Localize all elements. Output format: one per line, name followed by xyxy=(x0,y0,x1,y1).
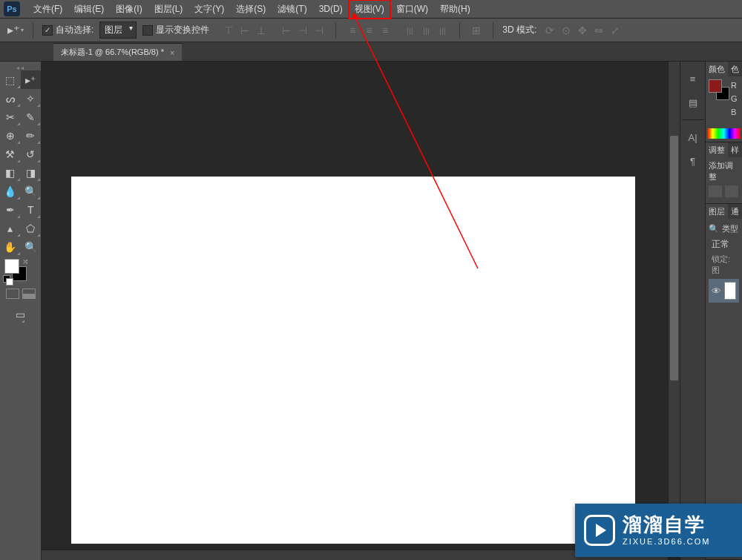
type-tool[interactable]: T xyxy=(21,200,42,219)
auto-align-icon[interactable]: ⊞ xyxy=(469,23,484,38)
hand-tool[interactable]: ✋ xyxy=(0,237,21,256)
divider xyxy=(335,22,336,39)
blend-mode-dropdown[interactable]: 正常 xyxy=(709,237,739,252)
layers-tab[interactable]: 图层 xyxy=(706,204,728,219)
show-transform-checkbox[interactable] xyxy=(142,25,153,36)
app-logo: Ps xyxy=(4,1,20,16)
channels-tab[interactable]: 通 xyxy=(728,204,742,219)
align-hcenter-icon[interactable]: ⊣ xyxy=(295,23,310,38)
levels-adjust-icon[interactable] xyxy=(725,185,738,197)
healing-brush-tool[interactable]: ⊕ xyxy=(0,126,21,145)
move-tool[interactable]: ▸⁺ xyxy=(21,70,42,89)
align-bottom-icon[interactable]: ⊥ xyxy=(254,23,269,38)
watermark-play-icon xyxy=(584,515,615,546)
color-ramp[interactable] xyxy=(707,128,741,139)
brightness-adjust-icon[interactable] xyxy=(709,185,722,197)
document-canvas[interactable] xyxy=(71,177,635,544)
swatches-tab[interactable]: 色 xyxy=(728,62,742,76)
watermark: 溜溜自学 ZIXUE.3D66.COM xyxy=(575,504,742,557)
lasso-tool[interactable]: ᔕ xyxy=(0,89,21,108)
show-transform-option[interactable]: 显示变换控件 xyxy=(142,24,209,36)
menu-image[interactable]: 图像(I) xyxy=(110,0,148,19)
toolbox-collapse-icon[interactable] xyxy=(0,65,41,70)
zoom-tool[interactable]: 🔍 xyxy=(21,237,42,256)
paragraph-panel-icon[interactable]: ¶ xyxy=(685,154,701,168)
align-left-icon[interactable]: ⊢ xyxy=(279,23,294,38)
r-label: R xyxy=(731,81,738,90)
align-top-icon[interactable]: ⊤ xyxy=(221,23,236,38)
eraser-tool[interactable]: ◧ xyxy=(0,163,21,182)
distribute-bottom-icon[interactable]: ≡ xyxy=(378,23,393,38)
foreground-color-swatch[interactable] xyxy=(4,259,19,274)
character-panel-icon[interactable]: A| xyxy=(685,131,701,144)
pen-tool[interactable]: ✒ xyxy=(0,200,21,219)
color-swatches: ⤭ xyxy=(0,256,41,286)
eyedropper-tool[interactable]: ✎ xyxy=(21,108,42,126)
path-select-tool[interactable]: ▴ xyxy=(0,219,21,237)
menu-layer[interactable]: 图层(L) xyxy=(148,0,189,19)
mode-3d-label: 3D 模式: xyxy=(502,24,536,36)
gradient-tool[interactable]: ◨ xyxy=(21,163,42,182)
3d-roll-icon[interactable]: ⊙ xyxy=(559,23,574,38)
layer-item[interactable]: 👁 xyxy=(709,279,739,303)
color-tab[interactable]: 颜色 xyxy=(706,62,728,76)
document-tab[interactable]: 未标题-1 @ 66.7%(RGB/8) * × xyxy=(53,43,182,61)
clone-stamp-tool[interactable]: ⚒ xyxy=(0,145,21,163)
blur-tool[interactable]: 💧 xyxy=(0,182,21,200)
align-vcenter-icon[interactable]: ⊢ xyxy=(237,23,252,38)
3d-orbit-icon[interactable]: ⟳ xyxy=(542,23,557,38)
menu-filter[interactable]: 滤镜(T) xyxy=(272,0,312,19)
3d-slide-icon[interactable]: ⇔ xyxy=(591,23,606,38)
properties-panel-icon[interactable]: ▤ xyxy=(685,96,701,109)
styles-tab[interactable]: 样 xyxy=(728,142,742,157)
swap-colors-icon[interactable]: ⤭ xyxy=(22,257,28,266)
history-panel-icon[interactable]: ≡ xyxy=(685,72,701,85)
layer-thumbnail[interactable] xyxy=(724,282,736,300)
menu-help[interactable]: 帮助(H) xyxy=(434,0,476,19)
distribute-right-icon[interactable]: ⫼ xyxy=(436,23,450,38)
search-icon[interactable]: 🔍 xyxy=(709,224,719,234)
distribute-vcenter-icon[interactable]: ≡ xyxy=(361,23,376,38)
divider xyxy=(33,22,33,39)
shape-tool[interactable]: ⬠ xyxy=(21,219,42,237)
auto-select-option[interactable]: 自动选择: xyxy=(42,24,93,36)
3d-zoom-icon[interactable]: ⤢ xyxy=(608,23,623,38)
menu-select[interactable]: 选择(S) xyxy=(230,0,272,19)
lock-icons[interactable]: 图 xyxy=(712,266,720,274)
menu-edit[interactable]: 编辑(E) xyxy=(68,0,110,19)
screen-mode-icon[interactable]: ▭ xyxy=(16,305,25,323)
menu-view[interactable]: 视图(V) xyxy=(349,0,390,19)
watermark-url: ZIXUE.3D66.COM xyxy=(623,537,710,546)
adjustments-tab[interactable]: 调整 xyxy=(706,142,728,157)
distribute-top-icon[interactable]: ≡ xyxy=(345,23,360,38)
vertical-scrollbar[interactable] xyxy=(668,62,680,550)
magic-wand-tool[interactable]: ✧ xyxy=(21,89,42,108)
history-brush-tool[interactable]: ↺ xyxy=(21,145,42,163)
dodge-tool[interactable]: 🔍 xyxy=(21,182,42,200)
crop-tool[interactable]: ✂ xyxy=(0,108,21,126)
current-tool-indicator[interactable]: ▸⁺ ▾ xyxy=(7,23,24,37)
menu-file[interactable]: 文件(F) xyxy=(27,0,68,19)
workspace: ⬚ ▸⁺ ᔕ ✧ ✂ ✎ ⊕ ✏ ⚒ ↺ ◧ ◨ 💧 🔍 ✒ T xyxy=(0,62,742,560)
panel-fg-swatch[interactable] xyxy=(709,79,722,93)
horizontal-scrollbar[interactable] xyxy=(42,550,668,560)
brush-tool[interactable]: ✏ xyxy=(21,126,42,145)
menu-type[interactable]: 文字(Y) xyxy=(188,0,230,19)
distribute-left-icon[interactable]: ⫼ xyxy=(403,23,418,38)
distribute-hcenter-icon[interactable]: ⫼ xyxy=(419,23,434,38)
divider xyxy=(459,22,460,39)
scrollbar-thumb[interactable] xyxy=(670,136,678,381)
marquee-tool[interactable]: ⬚ xyxy=(0,70,21,89)
menu-window[interactable]: 窗口(W) xyxy=(390,0,434,19)
3d-pan-icon[interactable]: ✥ xyxy=(575,23,590,38)
menu-3d[interactable]: 3D(D) xyxy=(313,1,349,17)
menu-bar: Ps 文件(F) 编辑(E) 图像(I) 图层(L) 文字(Y) 选择(S) 滤… xyxy=(0,0,742,19)
close-tab-icon[interactable]: × xyxy=(170,48,174,57)
align-right-icon[interactable]: ⊣ xyxy=(312,23,326,38)
quickmask-mode-icon[interactable] xyxy=(22,289,36,299)
color-panel: 颜色 色 R G B xyxy=(706,62,742,142)
auto-select-checkbox[interactable] xyxy=(42,25,53,36)
standard-mode-icon[interactable] xyxy=(6,289,19,299)
visibility-icon[interactable]: 👁 xyxy=(712,286,721,297)
auto-select-target-dropdown[interactable]: 图层 xyxy=(99,22,137,39)
